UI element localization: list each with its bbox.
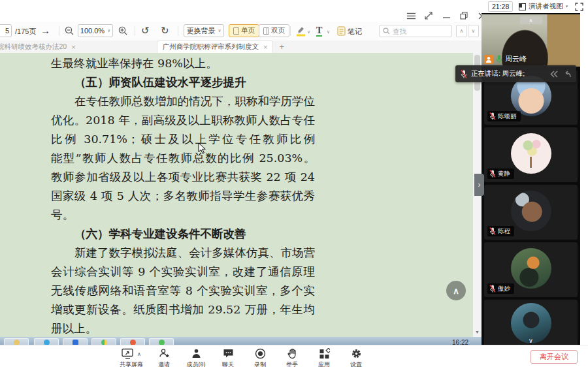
mouse-cursor <box>198 142 206 155</box>
layout-icon <box>519 3 526 10</box>
participant-name: 陈程 <box>498 227 510 236</box>
double-page-button[interactable]: 双页 <box>259 24 289 37</box>
participant-tile[interactable]: 陈程 <box>484 185 578 240</box>
mic-on-icon <box>496 55 502 63</box>
settings-button[interactable]: 设置 <box>345 348 367 367</box>
tab-document-2[interactable]: 广州商学院职称评审系列制度文× <box>157 40 273 53</box>
page-total-label: /175页 <box>15 27 36 37</box>
members-icon <box>191 348 201 359</box>
reply-icon[interactable] <box>563 71 571 78</box>
change-background-button[interactable]: 更换背景∨ <box>184 24 224 37</box>
note-icon[interactable] <box>337 26 346 36</box>
tab-close-icon[interactable]: × <box>263 43 267 51</box>
participant-tile[interactable]: 傲妙 <box>484 242 578 297</box>
collapse-panel-handle[interactable]: › <box>474 174 484 196</box>
fullscreen-window-icon[interactable] <box>424 11 433 20</box>
find-previous-button[interactable]: ∧ <box>456 25 467 37</box>
view-mode-dropdown[interactable]: 演讲者视图 ▾ <box>519 2 568 11</box>
zoom-level-select[interactable]: 100.0%∨ <box>78 24 113 37</box>
highlighter-icon[interactable] <box>295 25 306 37</box>
chevron-down-icon: ▾ <box>566 4 568 9</box>
leave-meeting-button[interactable]: 离开会议 <box>531 350 578 364</box>
participant-name: 傲妙 <box>498 285 510 293</box>
doc-line: 增或更新设备。纸质图书增加 29.52 万册，年生均进书量在 4 <box>51 300 315 319</box>
find-input[interactable] <box>393 27 438 35</box>
doc-line: 册以上。 <box>51 319 315 338</box>
search-icon <box>383 27 390 35</box>
speaking-toast: 正在讲话: 周云峰; <box>455 65 576 82</box>
minimize-icon[interactable] <box>442 11 451 20</box>
doc-heading: （六）学科专业建设条件不断改善 <box>51 225 315 244</box>
zoom-in-icon[interactable] <box>118 26 128 36</box>
doc-line: 能型”教师人数占专任教师总数的比例 25.03%。2016-2018 年， <box>51 149 315 168</box>
note-label[interactable]: 笔记 <box>348 27 362 37</box>
single-page-button[interactable]: 单页 <box>229 24 259 37</box>
invite-button[interactable]: 邀请 <box>153 348 175 367</box>
participant-name: 陈颂丽 <box>498 112 517 121</box>
avatar <box>511 248 551 289</box>
pdf-tabbar: 院科研绩效考核办法20× 广州商学院职称评审系列制度文× + <box>0 40 482 53</box>
mic-muted-icon <box>489 112 496 120</box>
scroll-participants-down-icon[interactable]: ∨ <box>529 337 533 344</box>
host-badge-icon <box>484 55 493 64</box>
chevron-down-icon[interactable]: ∨ <box>307 29 310 35</box>
control-label: 聊天 <box>222 360 234 367</box>
scroll-down-arrow-icon[interactable]: ▼ <box>475 330 480 334</box>
speaker-video[interactable]: ∧ 周云峰 <box>482 14 580 67</box>
participant-label: 黄静 <box>487 168 514 179</box>
chat-button[interactable]: 聊天 <box>217 348 239 367</box>
document-page[interactable]: 生最终就业率保持在 98%以上。 （五）师资队伍建设水平逐步提升 在专任教师总数… <box>0 53 472 338</box>
next-page-icon[interactable]: → <box>41 25 50 36</box>
control-label: 邀请 <box>158 360 170 367</box>
double-page-label: 双页 <box>271 26 285 35</box>
undo-icon[interactable]: ↺ <box>141 25 150 37</box>
single-page-icon <box>233 27 239 35</box>
share-options-chevron-icon[interactable]: ∧ <box>137 351 141 357</box>
document-text: 生最终就业率保持在 98%以上。 （五）师资队伍建设水平逐步提升 在专任教师总数… <box>51 54 315 338</box>
new-tab-button[interactable]: + <box>273 40 290 53</box>
chevron-down-icon: ∨ <box>218 28 221 33</box>
participant-label: 陈程 <box>487 226 514 236</box>
collapse-toast-icon[interactable] <box>550 71 559 78</box>
tab-document-1[interactable]: 院科研绩效考核办法20× <box>0 40 157 53</box>
text-tool-icon[interactable]: T <box>316 25 322 37</box>
speaker-label: 周云峰 <box>484 54 527 64</box>
invite-icon <box>159 348 170 359</box>
page-number-input[interactable] <box>0 24 12 37</box>
apps-button[interactable]: 应用 <box>313 348 335 367</box>
restore-icon[interactable] <box>459 11 468 20</box>
pdf-toolbar: /175页 → 100.0%∨ ↺ ↻ 更换背景∨ 单页 双页 ∨ T ∨ 笔记… <box>0 22 482 40</box>
panel-fullscreen-icon[interactable] <box>575 3 583 11</box>
control-label: 举手 <box>286 360 298 367</box>
tab-close-icon[interactable]: × <box>71 43 75 51</box>
gear-icon <box>351 348 362 359</box>
zoom-out-icon[interactable] <box>65 26 74 36</box>
page-number-field[interactable] <box>0 27 9 35</box>
control-label: 设置 <box>350 360 362 367</box>
collapse-speaker-button[interactable]: ∧ <box>520 16 542 24</box>
avatar <box>511 191 551 231</box>
doc-line: 在专任教师总数增加的情况下，职称和学历学位结构不断 <box>51 92 315 111</box>
redo-icon[interactable]: ↻ <box>161 25 169 37</box>
members-button[interactable]: 成员(8) <box>185 348 207 367</box>
chevron-down-icon[interactable]: ∨ <box>327 29 330 35</box>
doc-line: 优化。2018 年，副高级及以上职称教师人数占专任教师总数的 <box>51 111 315 130</box>
apps-icon <box>319 348 330 359</box>
raise-hand-button[interactable]: 举手 <box>281 348 303 367</box>
share-screen-button[interactable]: ∧ 共享屏幕 <box>120 348 143 367</box>
single-page-label: 单页 <box>241 26 255 35</box>
find-next-button[interactable]: ∨ <box>468 25 479 37</box>
find-box[interactable] <box>379 25 452 37</box>
participant-tile[interactable]: ∨ <box>484 300 578 346</box>
raise-hand-icon <box>287 348 297 359</box>
mic-muted-icon <box>489 227 496 235</box>
speaking-toast-text: 正在讲话: 周云峰; <box>471 69 525 78</box>
doc-line: 生最终就业率保持在 98%以上。 <box>51 54 315 73</box>
menu-icon[interactable] <box>406 11 416 20</box>
zoom-level-value: 100.0% <box>80 27 105 35</box>
back-to-top-button[interactable]: ∧ <box>446 281 466 300</box>
record-button[interactable]: 录制 <box>249 348 271 367</box>
control-label: 共享屏幕 <box>120 360 143 367</box>
view-mode-label: 演讲者视图 <box>529 2 563 11</box>
participant-tile[interactable]: 黄静 <box>484 127 578 182</box>
